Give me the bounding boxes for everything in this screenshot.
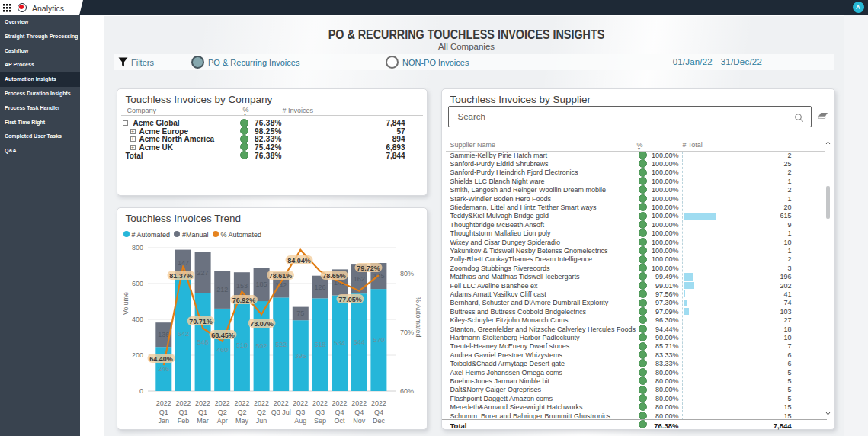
- svg-text:Q1: Q1: [178, 409, 187, 416]
- svg-text:2022: 2022: [351, 399, 367, 407]
- svg-text:78.65%: 78.65%: [322, 272, 346, 280]
- svg-text:395: 395: [294, 352, 306, 360]
- svg-text:126: 126: [314, 284, 325, 291]
- svg-text:510: 510: [235, 341, 247, 349]
- svg-text:May: May: [235, 417, 248, 425]
- svg-text:2022: 2022: [273, 399, 288, 407]
- svg-text:502: 502: [255, 342, 267, 350]
- svg-text:2022: 2022: [214, 399, 229, 407]
- svg-text:185: 185: [255, 281, 267, 288]
- svg-text:0: 0: [139, 387, 143, 395]
- svg-text:246: 246: [158, 365, 169, 373]
- svg-text:2022: 2022: [293, 399, 308, 407]
- svg-text:64.40%: 64.40%: [149, 355, 173, 363]
- svg-text:80%: 80%: [400, 270, 414, 277]
- svg-text:Q4: Q4: [373, 409, 383, 416]
- svg-text:79.72%: 79.72%: [357, 264, 380, 272]
- svg-text:70%: 70%: [400, 329, 414, 336]
- svg-text:Nov: Nov: [353, 417, 366, 425]
- svg-text:2022: 2022: [195, 399, 210, 407]
- svg-text:Aug: Aug: [294, 417, 306, 425]
- svg-text:73.07%: 73.07%: [250, 320, 274, 328]
- svg-text:77.05%: 77.05%: [338, 296, 362, 303]
- svg-text:60%: 60%: [400, 387, 414, 395]
- svg-text:75: 75: [296, 309, 304, 317]
- svg-text:Q2: Q2: [237, 409, 246, 416]
- svg-text:200: 200: [131, 351, 143, 359]
- svg-text:Apr: Apr: [216, 417, 227, 425]
- svg-text:Q1: Q1: [159, 409, 168, 416]
- svg-text:Sep: Sep: [313, 417, 325, 425]
- svg-text:534: 534: [334, 339, 345, 347]
- svg-text:Q3: Q3: [296, 409, 305, 416]
- svg-text:136: 136: [158, 331, 169, 338]
- svg-text:70.71%: 70.71%: [189, 318, 213, 325]
- svg-text:153: 153: [235, 282, 247, 290]
- svg-text:Q4: Q4: [354, 409, 364, 416]
- svg-text:Q2: Q2: [257, 409, 266, 416]
- svg-text:522: 522: [275, 341, 287, 348]
- svg-text:2022: 2022: [312, 399, 327, 407]
- svg-text:Q4: Q4: [335, 409, 344, 416]
- svg-text:642: 642: [177, 330, 188, 338]
- svg-text:400: 400: [131, 316, 143, 323]
- svg-text:2022: 2022: [332, 399, 347, 407]
- svg-text:800: 800: [131, 244, 143, 252]
- svg-text:81.37%: 81.37%: [169, 272, 193, 280]
- svg-text:162: 162: [353, 275, 364, 283]
- svg-text:548: 548: [197, 338, 208, 346]
- svg-text:Jun: Jun: [255, 417, 267, 425]
- svg-text:Q2: Q2: [217, 409, 226, 416]
- svg-text:544: 544: [353, 338, 364, 346]
- svg-text:Q1: Q1: [198, 409, 207, 416]
- svg-text:600: 600: [131, 280, 143, 287]
- svg-text:Oct: Oct: [334, 417, 345, 425]
- svg-text:76.92%: 76.92%: [232, 297, 255, 304]
- svg-text:78.61%: 78.61%: [268, 272, 292, 280]
- svg-text:518: 518: [314, 341, 325, 348]
- svg-text:2022: 2022: [155, 399, 171, 407]
- svg-text:68.45%: 68.45%: [211, 332, 235, 339]
- svg-text:Feb: Feb: [177, 417, 189, 425]
- svg-text:227: 227: [197, 269, 208, 277]
- svg-text:Mar: Mar: [197, 417, 209, 425]
- svg-text:2022: 2022: [254, 399, 269, 407]
- svg-text:570: 570: [373, 336, 384, 344]
- svg-text:Jan: Jan: [158, 417, 169, 425]
- svg-text:Q3 Jul: Q3 Jul: [271, 409, 290, 416]
- svg-text:2022: 2022: [175, 399, 191, 407]
- svg-text:Q3: Q3: [315, 409, 324, 416]
- svg-text:212: 212: [216, 286, 228, 293]
- svg-text:Dec: Dec: [372, 417, 385, 425]
- svg-text:460: 460: [216, 346, 228, 354]
- svg-text:2022: 2022: [234, 399, 249, 407]
- svg-text:2022: 2022: [370, 399, 386, 407]
- svg-text:84.04%: 84.04%: [287, 257, 311, 264]
